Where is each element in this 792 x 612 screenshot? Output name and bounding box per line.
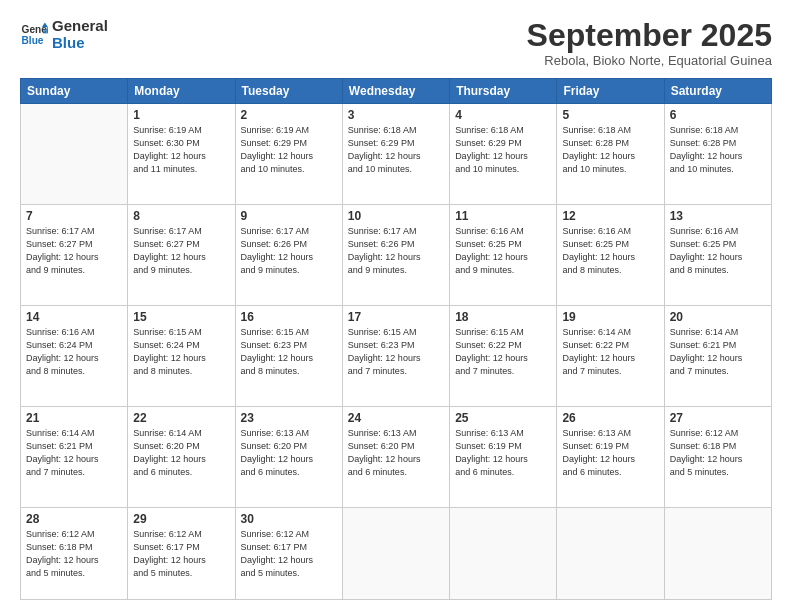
calendar-cell: 2Sunrise: 6:19 AM Sunset: 6:29 PM Daylig… — [235, 104, 342, 205]
day-number: 5 — [562, 108, 658, 122]
day-number: 7 — [26, 209, 122, 223]
day-info: Sunrise: 6:18 AM Sunset: 6:28 PM Dayligh… — [670, 124, 766, 176]
calendar-cell — [664, 508, 771, 600]
day-info: Sunrise: 6:15 AM Sunset: 6:22 PM Dayligh… — [455, 326, 551, 378]
day-info: Sunrise: 6:16 AM Sunset: 6:24 PM Dayligh… — [26, 326, 122, 378]
calendar-cell: 3Sunrise: 6:18 AM Sunset: 6:29 PM Daylig… — [342, 104, 449, 205]
day-number: 26 — [562, 411, 658, 425]
calendar-week-4: 21Sunrise: 6:14 AM Sunset: 6:21 PM Dayli… — [21, 407, 772, 508]
calendar-cell: 30Sunrise: 6:12 AM Sunset: 6:17 PM Dayli… — [235, 508, 342, 600]
day-number: 1 — [133, 108, 229, 122]
day-info: Sunrise: 6:16 AM Sunset: 6:25 PM Dayligh… — [562, 225, 658, 277]
calendar-cell: 19Sunrise: 6:14 AM Sunset: 6:22 PM Dayli… — [557, 306, 664, 407]
calendar-cell: 1Sunrise: 6:19 AM Sunset: 6:30 PM Daylig… — [128, 104, 235, 205]
day-info: Sunrise: 6:13 AM Sunset: 6:19 PM Dayligh… — [562, 427, 658, 479]
day-info: Sunrise: 6:12 AM Sunset: 6:18 PM Dayligh… — [26, 528, 122, 580]
day-info: Sunrise: 6:12 AM Sunset: 6:17 PM Dayligh… — [133, 528, 229, 580]
location: Rebola, Bioko Norte, Equatorial Guinea — [527, 53, 772, 68]
month-title: September 2025 — [527, 18, 772, 53]
calendar-week-2: 7Sunrise: 6:17 AM Sunset: 6:27 PM Daylig… — [21, 205, 772, 306]
day-info: Sunrise: 6:18 AM Sunset: 6:29 PM Dayligh… — [348, 124, 444, 176]
header-monday: Monday — [128, 79, 235, 104]
day-info: Sunrise: 6:13 AM Sunset: 6:19 PM Dayligh… — [455, 427, 551, 479]
calendar-cell: 8Sunrise: 6:17 AM Sunset: 6:27 PM Daylig… — [128, 205, 235, 306]
day-info: Sunrise: 6:16 AM Sunset: 6:25 PM Dayligh… — [455, 225, 551, 277]
calendar-cell — [557, 508, 664, 600]
day-info: Sunrise: 6:13 AM Sunset: 6:20 PM Dayligh… — [348, 427, 444, 479]
calendar-week-1: 1Sunrise: 6:19 AM Sunset: 6:30 PM Daylig… — [21, 104, 772, 205]
calendar-cell: 9Sunrise: 6:17 AM Sunset: 6:26 PM Daylig… — [235, 205, 342, 306]
day-info: Sunrise: 6:13 AM Sunset: 6:20 PM Dayligh… — [241, 427, 337, 479]
calendar-week-5: 28Sunrise: 6:12 AM Sunset: 6:18 PM Dayli… — [21, 508, 772, 600]
day-number: 4 — [455, 108, 551, 122]
calendar-cell: 18Sunrise: 6:15 AM Sunset: 6:22 PM Dayli… — [450, 306, 557, 407]
logo: General Blue General Blue — [20, 18, 108, 51]
header-tuesday: Tuesday — [235, 79, 342, 104]
calendar-cell: 11Sunrise: 6:16 AM Sunset: 6:25 PM Dayli… — [450, 205, 557, 306]
day-number: 11 — [455, 209, 551, 223]
calendar-cell: 5Sunrise: 6:18 AM Sunset: 6:28 PM Daylig… — [557, 104, 664, 205]
day-info: Sunrise: 6:19 AM Sunset: 6:30 PM Dayligh… — [133, 124, 229, 176]
calendar-cell: 20Sunrise: 6:14 AM Sunset: 6:21 PM Dayli… — [664, 306, 771, 407]
calendar-cell: 7Sunrise: 6:17 AM Sunset: 6:27 PM Daylig… — [21, 205, 128, 306]
calendar-cell: 27Sunrise: 6:12 AM Sunset: 6:18 PM Dayli… — [664, 407, 771, 508]
calendar-header: Sunday Monday Tuesday Wednesday Thursday… — [21, 79, 772, 104]
header-friday: Friday — [557, 79, 664, 104]
day-number: 19 — [562, 310, 658, 324]
calendar-cell: 15Sunrise: 6:15 AM Sunset: 6:24 PM Dayli… — [128, 306, 235, 407]
day-info: Sunrise: 6:12 AM Sunset: 6:17 PM Dayligh… — [241, 528, 337, 580]
calendar-cell: 21Sunrise: 6:14 AM Sunset: 6:21 PM Dayli… — [21, 407, 128, 508]
page: General Blue General Blue September 2025… — [0, 0, 792, 612]
day-info: Sunrise: 6:17 AM Sunset: 6:26 PM Dayligh… — [241, 225, 337, 277]
day-info: Sunrise: 6:17 AM Sunset: 6:27 PM Dayligh… — [133, 225, 229, 277]
day-number: 25 — [455, 411, 551, 425]
header-row: Sunday Monday Tuesday Wednesday Thursday… — [21, 79, 772, 104]
day-number: 14 — [26, 310, 122, 324]
day-number: 13 — [670, 209, 766, 223]
calendar-table: Sunday Monday Tuesday Wednesday Thursday… — [20, 78, 772, 600]
day-number: 15 — [133, 310, 229, 324]
day-number: 20 — [670, 310, 766, 324]
day-info: Sunrise: 6:18 AM Sunset: 6:29 PM Dayligh… — [455, 124, 551, 176]
day-info: Sunrise: 6:16 AM Sunset: 6:25 PM Dayligh… — [670, 225, 766, 277]
header: General Blue General Blue September 2025… — [20, 18, 772, 68]
calendar-cell: 16Sunrise: 6:15 AM Sunset: 6:23 PM Dayli… — [235, 306, 342, 407]
header-wednesday: Wednesday — [342, 79, 449, 104]
calendar-cell: 25Sunrise: 6:13 AM Sunset: 6:19 PM Dayli… — [450, 407, 557, 508]
day-number: 2 — [241, 108, 337, 122]
day-number: 21 — [26, 411, 122, 425]
calendar-cell: 17Sunrise: 6:15 AM Sunset: 6:23 PM Dayli… — [342, 306, 449, 407]
day-number: 27 — [670, 411, 766, 425]
day-number: 30 — [241, 512, 337, 526]
day-number: 24 — [348, 411, 444, 425]
day-info: Sunrise: 6:15 AM Sunset: 6:23 PM Dayligh… — [241, 326, 337, 378]
day-info: Sunrise: 6:15 AM Sunset: 6:23 PM Dayligh… — [348, 326, 444, 378]
day-number: 28 — [26, 512, 122, 526]
day-number: 3 — [348, 108, 444, 122]
day-number: 9 — [241, 209, 337, 223]
calendar-cell: 26Sunrise: 6:13 AM Sunset: 6:19 PM Dayli… — [557, 407, 664, 508]
logo-general: General — [52, 18, 108, 35]
day-number: 16 — [241, 310, 337, 324]
day-info: Sunrise: 6:15 AM Sunset: 6:24 PM Dayligh… — [133, 326, 229, 378]
title-block: September 2025 Rebola, Bioko Norte, Equa… — [527, 18, 772, 68]
day-number: 10 — [348, 209, 444, 223]
logo-icon: General Blue — [20, 21, 48, 49]
day-number: 12 — [562, 209, 658, 223]
day-number: 17 — [348, 310, 444, 324]
day-number: 8 — [133, 209, 229, 223]
calendar-cell: 12Sunrise: 6:16 AM Sunset: 6:25 PM Dayli… — [557, 205, 664, 306]
calendar-cell — [21, 104, 128, 205]
calendar-cell — [450, 508, 557, 600]
calendar-cell — [342, 508, 449, 600]
header-thursday: Thursday — [450, 79, 557, 104]
calendar-cell: 4Sunrise: 6:18 AM Sunset: 6:29 PM Daylig… — [450, 104, 557, 205]
svg-text:Blue: Blue — [22, 35, 44, 46]
day-info: Sunrise: 6:14 AM Sunset: 6:21 PM Dayligh… — [670, 326, 766, 378]
day-info: Sunrise: 6:14 AM Sunset: 6:20 PM Dayligh… — [133, 427, 229, 479]
day-number: 6 — [670, 108, 766, 122]
calendar-cell: 22Sunrise: 6:14 AM Sunset: 6:20 PM Dayli… — [128, 407, 235, 508]
calendar-cell: 29Sunrise: 6:12 AM Sunset: 6:17 PM Dayli… — [128, 508, 235, 600]
day-info: Sunrise: 6:18 AM Sunset: 6:28 PM Dayligh… — [562, 124, 658, 176]
day-number: 22 — [133, 411, 229, 425]
